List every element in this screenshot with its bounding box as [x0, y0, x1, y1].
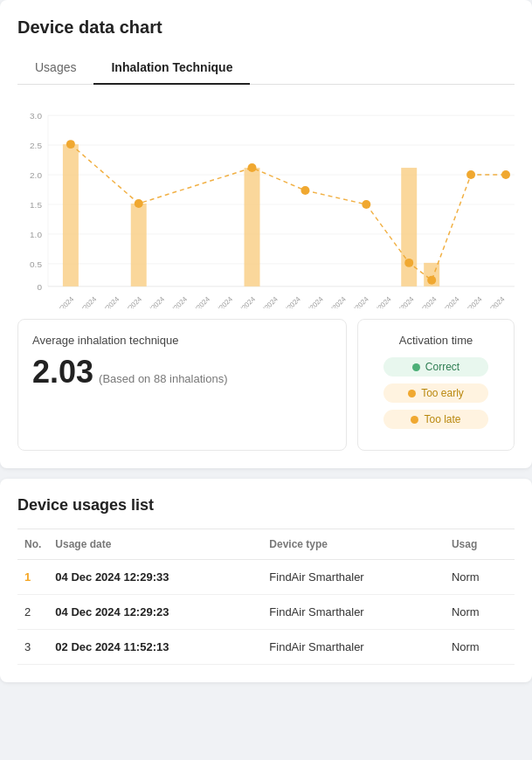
row-num: 3 — [17, 630, 48, 665]
average-card: Average inhalation technique 2.03 (Based… — [17, 319, 347, 451]
svg-text:10/6/2024: 10/6/2024 — [456, 294, 484, 308]
legend-too-early: Too early — [372, 383, 500, 403]
svg-text:9/23/2024: 9/23/2024 — [297, 294, 325, 308]
device-list-title: Device usages list — [17, 496, 515, 515]
row-date: 04 Dec 2024 12:29:23 — [48, 595, 262, 630]
svg-text:1.0: 1.0 — [30, 230, 42, 239]
row-device: FindAir Smarthaler — [262, 595, 445, 630]
svg-text:10/8/2024: 10/8/2024 — [479, 294, 507, 308]
col-date: Usage date — [48, 529, 262, 560]
svg-rect-15 — [63, 144, 79, 287]
row-num: 2 — [17, 595, 48, 630]
table-row[interactable]: 204 Dec 2024 12:29:23FindAir SmarthalerN… — [17, 595, 515, 630]
too-early-badge: Too early — [383, 383, 488, 403]
svg-text:3.0: 3.0 — [30, 111, 42, 121]
svg-text:9/13/2024: 9/13/2024 — [139, 294, 167, 308]
svg-text:9/27/2024: 9/27/2024 — [388, 294, 416, 308]
stats-row: Average inhalation technique 2.03 (Based… — [17, 319, 515, 451]
svg-text:9/22/2024: 9/22/2024 — [274, 294, 302, 308]
activation-title: Activation time — [372, 334, 500, 347]
svg-rect-18 — [401, 168, 417, 287]
too-early-label: Too early — [421, 387, 464, 399]
svg-text:9/8/2024: 9/8/2024 — [51, 294, 76, 308]
svg-text:9/19/2024: 9/19/2024 — [230, 294, 258, 308]
svg-rect-17 — [245, 168, 260, 287]
svg-text:9/15/2024: 9/15/2024 — [184, 294, 212, 308]
table-row[interactable]: 104 Dec 2024 12:29:33FindAir SmarthalerN… — [17, 560, 515, 595]
col-device: Device type — [262, 529, 445, 560]
legend-correct: Correct — [372, 357, 500, 377]
svg-text:9/24/2024: 9/24/2024 — [320, 294, 348, 308]
table-header-row: No. Usage date Device type Usag — [17, 529, 515, 560]
svg-text:9/25/2024: 9/25/2024 — [342, 294, 370, 308]
average-label: Average inhalation technique — [32, 334, 332, 347]
row-num: 1 — [17, 560, 48, 595]
col-usage: Usag — [445, 529, 515, 560]
svg-text:9/18/2024: 9/18/2024 — [207, 294, 235, 308]
svg-text:9/26/2024: 9/26/2024 — [365, 294, 393, 308]
svg-point-20 — [66, 140, 75, 149]
svg-point-24 — [362, 200, 370, 209]
chart-svg: 3.0 2.5 2.0 1.5 1.0 0.5 0 — [17, 99, 515, 308]
svg-point-21 — [135, 199, 143, 208]
svg-text:9/14/2024: 9/14/2024 — [162, 294, 190, 308]
row-device: FindAir Smarthaler — [262, 630, 445, 665]
svg-text:0.5: 0.5 — [30, 259, 42, 269]
activation-card: Activation time Correct Too early Too la… — [357, 319, 515, 451]
svg-text:10/1/2024: 10/1/2024 — [411, 294, 439, 308]
svg-text:0: 0 — [37, 282, 42, 292]
svg-text:9/11/2024: 9/11/2024 — [93, 294, 121, 308]
row-usage: Norm — [445, 595, 515, 630]
average-value: 2.03 — [32, 354, 93, 390]
tab-usages[interactable]: Usages — [17, 52, 93, 85]
svg-text:2.0: 2.0 — [30, 170, 42, 180]
svg-point-28 — [501, 170, 510, 179]
average-sub: (Based on 88 inhalations) — [99, 372, 227, 385]
svg-point-26 — [427, 276, 436, 285]
col-no: No. — [17, 529, 48, 560]
row-usage: Norm — [445, 630, 515, 665]
svg-point-25 — [404, 259, 413, 267]
too-late-badge: Too late — [383, 410, 488, 429]
svg-text:9/12/2024: 9/12/2024 — [116, 294, 144, 308]
chart-area: 3.0 2.5 2.0 1.5 1.0 0.5 0 — [17, 99, 515, 308]
svg-point-22 — [248, 163, 257, 172]
too-late-dot — [411, 416, 418, 424]
tab-inhalation[interactable]: Inhalation Technique — [93, 52, 250, 85]
chart-card: Device data chart Usages Inhalation Tech… — [0, 0, 532, 468]
correct-badge: Correct — [383, 357, 488, 377]
page-title: Device data chart — [17, 17, 515, 38]
device-table: No. Usage date Device type Usag 104 Dec … — [17, 529, 515, 665]
svg-text:9/9/2024: 9/9/2024 — [73, 294, 99, 308]
svg-text:2.5: 2.5 — [30, 141, 42, 150]
svg-point-27 — [466, 170, 475, 179]
legend-too-late: Too late — [372, 410, 500, 429]
correct-label: Correct — [425, 361, 459, 373]
row-date: 02 Dec 2024 11:52:13 — [48, 630, 262, 665]
svg-point-23 — [301, 186, 309, 195]
too-early-dot — [408, 390, 416, 397]
correct-dot — [412, 363, 420, 371]
tabs-container: Usages Inhalation Technique — [17, 52, 515, 85]
device-list-section: Device usages list No. Usage date Device… — [0, 479, 532, 682]
row-usage: Norm — [445, 560, 515, 595]
too-late-label: Too late — [424, 413, 460, 425]
svg-rect-16 — [131, 204, 147, 287]
row-date: 04 Dec 2024 12:29:33 — [48, 560, 262, 595]
svg-text:1.5: 1.5 — [30, 200, 42, 210]
row-device: FindAir Smarthaler — [262, 560, 445, 595]
table-row[interactable]: 302 Dec 2024 11:52:13FindAir SmarthalerN… — [17, 630, 515, 665]
svg-text:9/21/2024: 9/21/2024 — [252, 294, 280, 308]
svg-text:10/3/2024: 10/3/2024 — [433, 294, 461, 308]
